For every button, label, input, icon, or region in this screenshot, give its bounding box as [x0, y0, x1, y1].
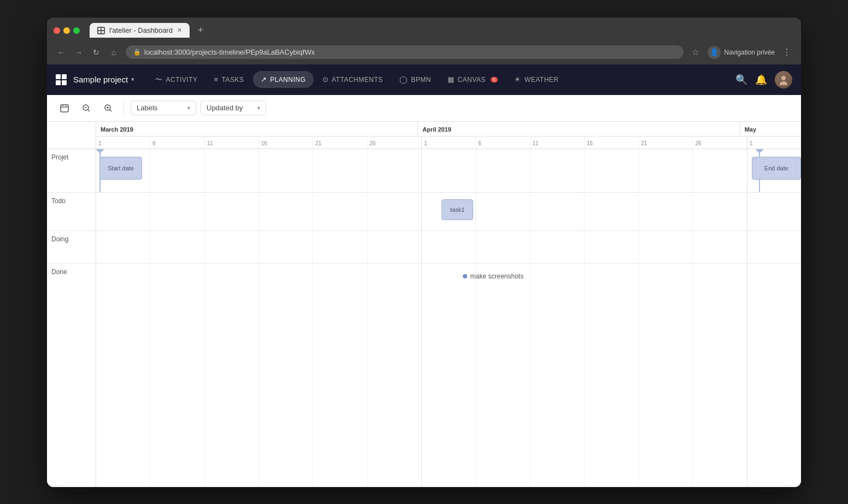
nav-item-attachments[interactable]: ⊙ ATTACHMENTS	[315, 71, 391, 88]
nav-item-weather-label: WEATHER	[525, 76, 559, 84]
zoom-out-button[interactable]	[78, 99, 95, 117]
home-button[interactable]: ⌂	[106, 45, 121, 60]
tab-favicon	[97, 27, 105, 34]
row-content-projet: Start date End date	[96, 149, 801, 192]
timeline-container: March 2019 April 2019 May	[47, 122, 801, 487]
timeline-body: Projet	[47, 149, 801, 487]
day-6-march: 6	[150, 137, 204, 149]
row-label-spacer	[47, 122, 96, 149]
browser-chrome: l'atelier - Dashboard ✕ + ← → ↻ ⌂ 🔒 loca…	[47, 17, 801, 64]
march-label: March 2019	[101, 126, 133, 133]
tab-bar: l'atelier - Dashboard ✕ +	[90, 23, 794, 38]
day-1-may: 1	[747, 137, 801, 149]
maximize-button[interactable]	[73, 27, 80, 34]
day-6-april: 6	[476, 137, 530, 149]
may-label: May	[745, 126, 756, 133]
needle-diamond-start	[96, 149, 104, 153]
tab-title: l'atelier - Dashboard	[109, 26, 173, 34]
svg-point-5	[780, 81, 787, 85]
timeline-header: March 2019 April 2019 May	[47, 122, 801, 149]
timeline-row-todo: Todo	[47, 193, 801, 231]
row-content-done: make screenshots	[96, 264, 801, 487]
milestone-make-screenshots[interactable]: make screenshots	[463, 272, 523, 280]
planning-icon: ↗	[261, 75, 267, 84]
nav-item-attachments-label: ATTACHMENTS	[332, 76, 383, 84]
zoom-in-button[interactable]	[99, 99, 117, 117]
updated-by-dropdown[interactable]: Updated by ▾	[201, 100, 266, 115]
private-label: Navigation privée	[724, 49, 775, 56]
new-tab-button[interactable]: +	[193, 23, 208, 38]
nav-item-planning-label: PLANNING	[270, 76, 305, 84]
app-nav: Sample project ▾ 〜 ACTIVITY ≡ TASKS ↗ PL…	[47, 64, 801, 95]
day-11-march: 11	[205, 137, 259, 149]
labels-chevron-icon: ▾	[187, 105, 190, 111]
canvas-icon: ▦	[447, 75, 455, 84]
reload-button[interactable]: ↻	[89, 45, 104, 60]
nav-item-canvas[interactable]: ▦ CANVAS 5	[440, 71, 505, 88]
project-chevron-icon: ▾	[131, 76, 134, 83]
grid-lines-doing	[96, 231, 801, 263]
app-logo	[56, 74, 67, 85]
nav-item-tasks[interactable]: ≡ TASKS	[207, 71, 252, 88]
search-nav-button[interactable]: 🔍	[735, 74, 747, 86]
back-button[interactable]: ←	[54, 45, 69, 60]
day-21-march: 21	[313, 137, 367, 149]
grid-lines-done	[96, 264, 801, 487]
weather-icon: ☀	[514, 75, 521, 84]
grid-lines-projet	[96, 149, 801, 192]
notifications-button[interactable]: 🔔	[755, 74, 767, 86]
task-bar-start-date[interactable]: Start date	[99, 157, 142, 180]
canvas-badge: 5	[491, 77, 498, 82]
active-tab[interactable]: l'atelier - Dashboard ✕	[90, 23, 190, 38]
lock-icon: 🔒	[133, 49, 141, 56]
close-button[interactable]	[54, 27, 60, 34]
forward-button[interactable]: →	[71, 45, 86, 60]
bpmn-icon: ◯	[399, 75, 408, 84]
task-bar-end-date[interactable]: End date	[752, 157, 801, 180]
private-icon: 👤	[708, 46, 721, 59]
minimize-button[interactable]	[63, 27, 70, 34]
nav-item-weather[interactable]: ☀ WEATHER	[507, 71, 566, 88]
timeline-row-projet: Projet	[47, 149, 801, 193]
nav-item-activity[interactable]: 〜 ACTIVITY	[148, 70, 205, 89]
day-26-march: 26	[368, 137, 422, 149]
traffic-lights	[54, 27, 80, 34]
activity-icon: 〜	[155, 75, 163, 85]
project-name[interactable]: Sample project ▾	[73, 75, 134, 84]
toolbar-separator	[123, 102, 124, 115]
app-content: Sample project ▾ 〜 ACTIVITY ≡ TASKS ↗ PL…	[47, 64, 801, 487]
browser-actions: ☆ 👤 Navigation privée ⋮	[688, 45, 794, 60]
nav-item-planning[interactable]: ↗ PLANNING	[253, 71, 314, 88]
day-16-march: 16	[259, 137, 313, 149]
nav-items: 〜 ACTIVITY ≡ TASKS ↗ PLANNING ⊙ ATTACHME…	[148, 70, 735, 89]
nav-item-bpmn-label: BPMN	[411, 76, 431, 84]
updated-by-chevron-icon: ▾	[257, 105, 260, 111]
task-bar-task1[interactable]: task1	[441, 199, 473, 220]
svg-rect-2	[98, 31, 101, 33]
tab-close-button[interactable]: ✕	[177, 27, 182, 34]
labels-dropdown-label: Labels	[137, 104, 157, 112]
row-content-doing	[96, 231, 801, 263]
row-label-projet: Projet	[47, 149, 96, 192]
timeline-row-doing: Doing	[47, 231, 801, 264]
svg-rect-3	[102, 31, 104, 33]
nav-item-bpmn[interactable]: ◯ BPMN	[392, 71, 439, 88]
bookmark-button[interactable]: ☆	[688, 45, 703, 60]
menu-button[interactable]: ⋮	[779, 45, 794, 60]
april-header: April 2019	[418, 122, 740, 137]
labels-dropdown[interactable]: Labels ▾	[131, 100, 196, 115]
row-label-doing: Doing	[47, 231, 96, 263]
may-header: May	[740, 122, 801, 137]
address-bar[interactable]: 🔒 localhost:3000/projects-timeline/PEp9a…	[126, 45, 684, 59]
row-label-todo: Todo	[47, 193, 96, 230]
svg-line-16	[110, 110, 111, 111]
calendar-toggle-button[interactable]	[56, 99, 73, 117]
svg-point-4	[781, 76, 786, 80]
day-numbers-row: 1 6 11 16 21 26 1 6 11 16 21 26	[96, 137, 801, 149]
svg-rect-1	[102, 28, 104, 30]
nav-item-tasks-label: TASKS	[222, 76, 244, 84]
user-avatar[interactable]	[775, 71, 792, 88]
row-content-todo: task1	[96, 193, 801, 230]
toolbar: Labels ▾ Updated by ▾	[47, 95, 801, 122]
day-21-april: 21	[639, 137, 693, 149]
